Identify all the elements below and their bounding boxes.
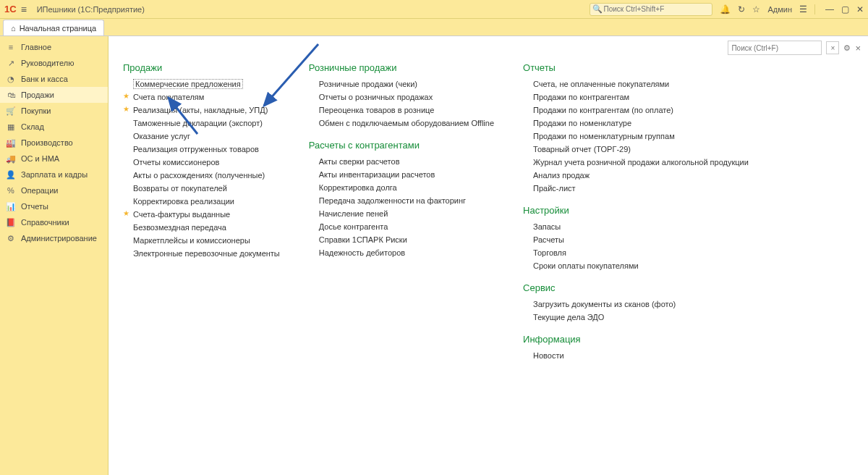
content-columns: ПродажиКоммерческие предложенияСчета пок… bbox=[109, 36, 868, 362]
sidebar-warehouse-icon: ▦ bbox=[6, 122, 16, 132]
window-restore-icon[interactable]: ▢ bbox=[841, 4, 849, 14]
bell-icon[interactable]: 🔔 bbox=[720, 4, 731, 14]
menu-link[interactable]: Сроки оплаты покупателями bbox=[523, 259, 749, 272]
sidebar: ≡Главное↗Руководителю◔Банк и касса🛍Прода… bbox=[0, 36, 109, 475]
section-title: Продажи bbox=[123, 62, 280, 73]
menu-link[interactable]: Текущие дела ЭДО bbox=[523, 311, 749, 324]
sidebar-operations[interactable]: %Операции bbox=[0, 182, 108, 198]
home-icon: ⌂ bbox=[11, 24, 16, 33]
menu-link[interactable]: Реализация отгруженных товаров bbox=[123, 143, 280, 156]
section-title: Расчеты с контрагентами bbox=[309, 140, 494, 151]
menu-link[interactable]: Начисление пеней bbox=[309, 207, 494, 220]
sidebar-item-label: Банк и касса bbox=[21, 75, 68, 83]
menu-link[interactable]: Оказание услуг bbox=[123, 130, 280, 143]
section-title: Сервис bbox=[523, 282, 749, 293]
menu-link[interactable]: Продажи по номенклатурным группам bbox=[523, 130, 749, 143]
menu-link[interactable]: Передача задолженности на факторинг bbox=[309, 194, 494, 207]
sidebar-item-label: Операции bbox=[21, 186, 58, 195]
menu-link[interactable]: Розничные продажи (чеки) bbox=[309, 77, 494, 91]
search-clear-button[interactable]: × bbox=[826, 41, 839, 54]
star-icon[interactable]: ☆ bbox=[752, 4, 760, 14]
sidebar-item-label: Справочники bbox=[21, 218, 69, 227]
menu-link[interactable]: Акты о расхождениях (полученные) bbox=[123, 169, 280, 182]
menu-link[interactable]: Акты инвентаризации расчетов bbox=[309, 168, 494, 181]
panel-close-icon[interactable]: × bbox=[855, 43, 861, 54]
menu-icon[interactable]: ≡ bbox=[21, 4, 31, 14]
window-minimize-icon[interactable]: — bbox=[825, 4, 834, 14]
menu-link[interactable]: Расчеты bbox=[523, 233, 749, 246]
sidebar-manager[interactable]: ↗Руководителю bbox=[0, 55, 108, 71]
sidebar-catalogs[interactable]: 📕Справочники bbox=[0, 214, 108, 230]
menu-link[interactable]: Надежность дебиторов bbox=[309, 246, 494, 259]
global-search[interactable]: 🔍 bbox=[590, 3, 712, 16]
sidebar-main[interactable]: ≡Главное bbox=[0, 39, 108, 55]
sidebar-admin[interactable]: ⚙Администрирование bbox=[0, 230, 108, 246]
menu-link[interactable]: Справки 1СПАРК Риски bbox=[309, 233, 494, 246]
menu-link[interactable]: Счета покупателям bbox=[123, 91, 280, 104]
menu-link[interactable]: Прайс-лист bbox=[523, 182, 749, 195]
sidebar-sales-icon: 🛍 bbox=[6, 91, 16, 99]
menu-link[interactable]: Счета-фактуры выданные bbox=[123, 208, 280, 221]
menu-link[interactable]: Продажи по контрагентам bbox=[523, 91, 749, 104]
column: Розничные продажиРозничные продажи (чеки… bbox=[309, 62, 494, 362]
global-search-input[interactable] bbox=[590, 3, 712, 16]
tab-label: Начальная страница bbox=[20, 24, 96, 33]
sidebar-item-label: Главное bbox=[21, 43, 51, 51]
menu-link[interactable]: Счета, не оплаченные покупателями bbox=[523, 77, 749, 91]
sidebar-purchases[interactable]: 🛒Покупки bbox=[0, 103, 108, 119]
menu-link[interactable]: Продажи по номенклатуре bbox=[523, 117, 749, 130]
window-close-icon[interactable]: ✕ bbox=[856, 4, 864, 14]
menu-link[interactable]: Отчеты комиссионеров bbox=[123, 156, 280, 169]
logo-1c[interactable]: 1C bbox=[4, 4, 17, 14]
sidebar-item-label: Отчеты bbox=[21, 202, 48, 211]
menu-link[interactable]: Запасы bbox=[523, 220, 749, 233]
menu-link[interactable]: Отчеты о розничных продажах bbox=[309, 91, 494, 104]
settings-icon[interactable]: ☰ bbox=[799, 4, 807, 14]
sidebar-purchases-icon: 🛒 bbox=[6, 106, 16, 116]
menu-link[interactable]: Переоценка товаров в рознице bbox=[309, 104, 494, 117]
sidebar-sales[interactable]: 🛍Продажи bbox=[0, 87, 108, 103]
menu-link[interactable]: Журнал учета розничной продажи алкогольн… bbox=[523, 156, 749, 169]
menu-link[interactable]: Досье контрагента bbox=[309, 220, 494, 233]
sidebar-operations-icon: % bbox=[6, 186, 16, 195]
titlebar: 1C ≡ ИПешники (1С:Предприятие) 🔍 🔔 ↻ ☆ А… bbox=[0, 0, 868, 19]
menu-link[interactable]: Таможенные декларации (экспорт) bbox=[123, 117, 280, 130]
menu-link[interactable]: Корректировка реализации bbox=[123, 195, 280, 208]
sidebar-bank[interactable]: ◔Банк и касса bbox=[0, 71, 108, 87]
menu-link[interactable]: Товарный отчет (ТОРГ-29) bbox=[523, 143, 749, 156]
gear-icon[interactable]: ⚙ bbox=[843, 43, 851, 53]
menu-link[interactable]: Электронные перевозочные документы bbox=[123, 247, 280, 260]
sidebar-item-label: Зарплата и кадры bbox=[21, 170, 88, 179]
sidebar-reports[interactable]: 📊Отчеты bbox=[0, 198, 108, 214]
user-label[interactable]: Админ bbox=[767, 5, 792, 14]
menu-link[interactable]: Безвозмездная передача bbox=[123, 221, 280, 234]
sidebar-warehouse[interactable]: ▦Склад bbox=[0, 119, 108, 135]
menu-link[interactable]: Загрузить документы из сканов (фото) bbox=[523, 298, 749, 311]
sidebar-item-label: Руководителю bbox=[21, 59, 74, 67]
menu-link-label: Коммерческие предложения bbox=[133, 79, 243, 89]
sidebar-item-label: Покупки bbox=[21, 106, 51, 115]
menu-link[interactable]: Корректировка долга bbox=[309, 181, 494, 194]
menu-link[interactable]: Обмен с подключаемым оборудованием Offli… bbox=[309, 117, 494, 130]
sidebar-assets[interactable]: 🚚ОС и НМА bbox=[0, 151, 108, 167]
menu-link[interactable]: Новости bbox=[523, 349, 749, 362]
sidebar-production[interactable]: 🏭Производство bbox=[0, 135, 108, 151]
sidebar-reports-icon: 📊 bbox=[6, 202, 16, 211]
menu-link[interactable]: Продажи по контрагентам (по оплате) bbox=[523, 104, 749, 117]
sidebar-main-icon: ≡ bbox=[6, 43, 16, 51]
tab-home[interactable]: ⌂ Начальная страница bbox=[3, 20, 104, 35]
menu-link[interactable]: Акты сверки расчетов bbox=[309, 155, 494, 168]
menu-link[interactable]: Возвраты от покупателей bbox=[123, 182, 280, 195]
content-area: × ⚙ × ПродажиКоммерческие предложенияСче… bbox=[109, 36, 868, 475]
history-icon[interactable]: ↻ bbox=[738, 4, 745, 14]
menu-link[interactable]: Коммерческие предложения bbox=[123, 77, 280, 91]
menu-link[interactable]: Анализ продаж bbox=[523, 169, 749, 182]
menu-link[interactable]: Реализация (акты, накладные, УПД) bbox=[123, 104, 280, 117]
app-title: ИПешники (1С:Предприятие) bbox=[37, 5, 145, 14]
menu-link[interactable]: Торговля bbox=[523, 246, 749, 259]
section-title: Розничные продажи bbox=[309, 62, 494, 73]
menu-link[interactable]: Маркетплейсы и комиссионеры bbox=[123, 234, 280, 247]
content-search-input[interactable] bbox=[728, 41, 822, 55]
sidebar-payroll[interactable]: 👤Зарплата и кадры bbox=[0, 167, 108, 182]
sidebar-catalogs-icon: 📕 bbox=[6, 218, 16, 227]
